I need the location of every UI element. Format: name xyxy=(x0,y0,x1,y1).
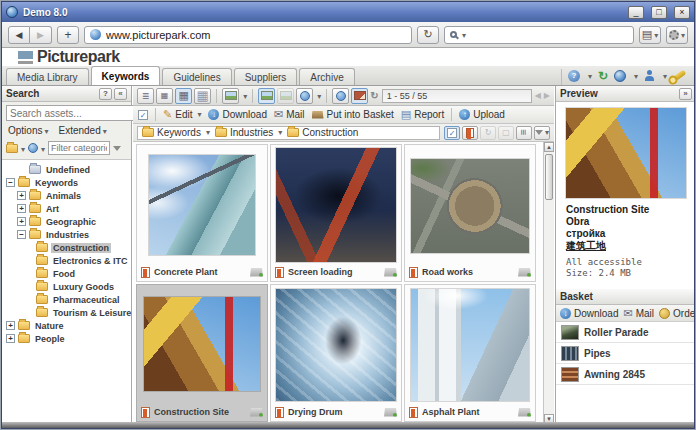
tab-keywords[interactable]: Keywords xyxy=(91,66,161,85)
preview-image[interactable] xyxy=(566,108,686,198)
expand-toggle[interactable]: + xyxy=(6,334,15,343)
asset-thumbnail[interactable] xyxy=(149,155,255,255)
reload-button[interactable] xyxy=(417,26,439,44)
asset-tile-construction-site[interactable]: Construction Site xyxy=(136,284,268,422)
sort-filter-button[interactable] xyxy=(534,126,550,140)
tree-item-tourism[interactable]: Tourism & Leisure xyxy=(36,306,131,319)
upload-button[interactable]: Upload xyxy=(459,109,505,120)
web-view-button[interactable] xyxy=(296,88,313,104)
small-thumbs-button[interactable] xyxy=(156,88,173,104)
put-into-basket-button[interactable]: Put into Basket xyxy=(312,109,394,120)
image-preview-toggle[interactable] xyxy=(258,88,275,104)
tree-item-construction[interactable]: Construction xyxy=(36,241,131,254)
grid-scrollbar[interactable] xyxy=(543,142,554,424)
rotate-button[interactable]: ↻ xyxy=(480,126,496,140)
back-button[interactable] xyxy=(8,26,30,44)
slideshow-menu-button[interactable] xyxy=(222,88,239,104)
sphere-view-button[interactable] xyxy=(332,88,349,104)
filter-categories-input[interactable] xyxy=(48,141,110,155)
basket-item-awning[interactable]: Awning 2845 xyxy=(556,364,695,385)
basket-download-button[interactable]: Download xyxy=(560,308,618,319)
browser-search-input[interactable] xyxy=(444,26,634,44)
options-menu[interactable]: Options xyxy=(8,125,48,136)
basket-order-button[interactable]: Order xyxy=(659,308,695,319)
basket-item-roller-parade[interactable]: Roller Parade xyxy=(556,322,695,343)
copy-button[interactable]: ▢ xyxy=(498,126,514,140)
tree-item-people[interactable]: +People xyxy=(6,332,131,345)
medium-thumbs-button[interactable] xyxy=(175,88,192,104)
tree-item-luxury-goods[interactable]: Luxury Goods xyxy=(36,280,131,293)
collapse-toggle[interactable]: − xyxy=(17,230,26,239)
tree-item-geographic[interactable]: +Geographic xyxy=(17,215,131,228)
asset-thumbnail[interactable] xyxy=(411,289,529,401)
refresh-icon[interactable] xyxy=(598,69,608,83)
asset-tile-asphalt-plant[interactable]: Asphalt Plant xyxy=(404,284,536,422)
asset-tile-concrete-plant[interactable]: Concrete Plant xyxy=(136,144,268,282)
video-preview-toggle[interactable] xyxy=(277,88,294,104)
asset-tile-road-works[interactable]: Road works xyxy=(404,144,536,282)
extended-menu[interactable]: Extended xyxy=(58,125,106,136)
add-to-basket-icon[interactable] xyxy=(384,268,397,277)
forward-button[interactable] xyxy=(30,26,52,44)
select-view-button[interactable] xyxy=(444,126,460,140)
tree-item-nature[interactable]: +Nature xyxy=(6,319,131,332)
report-button[interactable]: Report xyxy=(401,108,444,121)
asset-thumbnail[interactable] xyxy=(276,148,396,262)
add-to-basket-icon[interactable] xyxy=(250,408,263,417)
statistics-button[interactable] xyxy=(516,126,532,140)
edit-button[interactable]: Edit xyxy=(163,108,201,121)
download-button[interactable]: Download xyxy=(208,109,266,120)
tab-guidelines[interactable]: Guidelines xyxy=(162,68,231,85)
asset-thumbnail[interactable] xyxy=(144,297,260,391)
search-engine-caret[interactable] xyxy=(460,29,466,40)
page-menu-button[interactable] xyxy=(639,26,661,44)
expand-toggle[interactable]: + xyxy=(17,204,26,213)
collapse-preview-button[interactable] xyxy=(679,88,692,100)
minimize-button[interactable] xyxy=(628,6,644,19)
collapse-toggle[interactable]: − xyxy=(6,178,15,187)
add-to-basket-icon[interactable] xyxy=(518,408,531,417)
tree-item-electronics[interactable]: Electronics & ITC xyxy=(36,254,131,267)
tree-item-food[interactable]: Food xyxy=(36,267,131,280)
mail-button[interactable]: Mail xyxy=(274,108,305,121)
scroll-up-icon[interactable] xyxy=(544,142,554,152)
address-bar[interactable]: www.picturepark.com xyxy=(84,26,412,44)
large-thumbs-button[interactable] xyxy=(194,88,211,104)
help-icon[interactable] xyxy=(568,70,580,82)
filter-icon[interactable] xyxy=(113,146,121,151)
asset-tile-screen-loading[interactable]: Screen loading xyxy=(270,144,402,282)
maximize-button[interactable] xyxy=(651,6,667,19)
add-to-basket-icon[interactable] xyxy=(250,268,263,277)
folder-view-button[interactable] xyxy=(6,143,25,154)
breadcrumb-industries[interactable]: Industries xyxy=(215,127,282,138)
expand-toggle[interactable]: + xyxy=(17,191,26,200)
select-all-button[interactable] xyxy=(138,110,148,120)
next-page-icon[interactable]: ▶ xyxy=(544,91,550,100)
tree-item-art[interactable]: +Art xyxy=(17,202,131,215)
preview-translation-zh[interactable]: 建筑工地 xyxy=(566,240,686,252)
search-assets-input[interactable] xyxy=(6,105,146,121)
asset-thumbnail[interactable] xyxy=(411,159,529,253)
tree-item-animals[interactable]: +Animals xyxy=(17,189,131,202)
close-button[interactable] xyxy=(674,6,690,19)
tree-item-industries[interactable]: −Industries xyxy=(17,228,131,241)
presentation-button[interactable] xyxy=(351,88,368,104)
tab-media-library[interactable]: Media Library xyxy=(6,68,89,85)
expand-toggle[interactable]: + xyxy=(6,321,15,330)
user-icon[interactable] xyxy=(644,70,655,81)
list-view-button[interactable] xyxy=(137,88,154,104)
logout-key-icon[interactable] xyxy=(673,70,687,82)
prev-page-icon[interactable]: ◀ xyxy=(535,91,541,100)
search-help-button[interactable] xyxy=(99,88,112,100)
refresh-results-icon[interactable] xyxy=(370,90,378,101)
basket-mail-button[interactable]: Mail xyxy=(623,307,654,320)
tab-suppliers[interactable]: Suppliers xyxy=(234,68,298,85)
asset-tile-drying-drum[interactable]: Drying Drum xyxy=(270,284,402,422)
asset-thumbnail[interactable] xyxy=(276,289,396,401)
new-tab-button[interactable] xyxy=(57,26,79,44)
tree-item-pharmaceutical[interactable]: Pharmaceutical xyxy=(36,293,131,306)
basket-item-pipes[interactable]: Pipes xyxy=(556,343,695,364)
tree-item-undefined[interactable]: Undefined xyxy=(17,163,131,176)
add-to-basket-icon[interactable] xyxy=(518,268,531,277)
language-globe-icon[interactable] xyxy=(614,70,626,82)
